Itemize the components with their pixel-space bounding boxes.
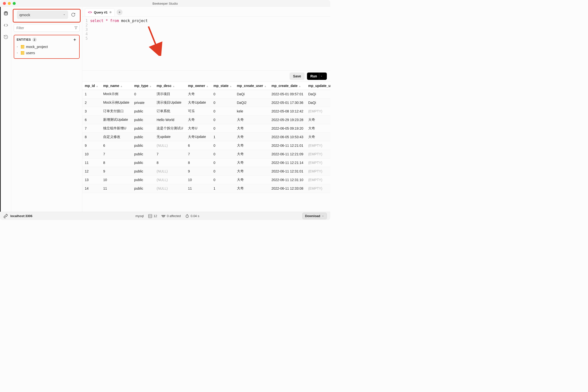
table-cell[interactable]: 12 [82,167,101,176]
column-header[interactable]: mp_desc▲ [154,82,186,90]
column-header[interactable]: mp_owner▲ [186,82,211,90]
table-cell[interactable]: public [132,150,154,158]
table-cell[interactable]: public [132,141,154,150]
table-cell[interactable]: 0 [211,150,234,158]
save-button[interactable]: Save [290,72,304,80]
table-cell[interactable]: 演示项目Update [154,98,186,107]
table-cell[interactable]: public [132,133,154,141]
table-cell[interactable]: 0 [211,116,234,124]
table-cell[interactable]: 2022-06-05 09:19:20 [269,124,306,133]
filter-input[interactable] [14,24,80,32]
column-header[interactable]: mp_type▲ [132,82,154,90]
table-cell[interactable]: (EMPTY) [306,184,330,193]
table-cell[interactable]: 8 [186,158,211,167]
table-cell[interactable]: (EMPTY) [306,150,330,158]
column-header[interactable]: mp_name▲ [101,82,132,90]
table-cell[interactable]: Mock示例 [101,90,132,98]
table-cell[interactable]: public [132,184,154,193]
table-cell[interactable]: (NULL) [154,167,186,176]
table-cell[interactable]: 1 [82,90,101,98]
table-cell[interactable]: public [132,158,154,167]
table-cell[interactable]: 2022-06-11 12:31:01 [269,167,306,176]
table-cell[interactable]: 大奇 [306,116,330,124]
table-cell[interactable]: Hello World [154,116,186,124]
table-cell[interactable]: 2022-05-29 19:23:28 [269,116,306,124]
table-cell[interactable]: (EMPTY) [306,107,330,116]
table-cell[interactable]: public [132,124,154,133]
table-cell[interactable]: 0 [211,90,234,98]
table-cell[interactable]: (EMPTY) [306,141,330,150]
table-cell[interactable]: 2022-05-01 09:57:01 [269,90,306,98]
table-cell[interactable]: DaQi [306,98,330,107]
table-cell[interactable]: 大奇Update [186,133,211,141]
table-cell[interactable]: public [132,107,154,116]
table-cell[interactable]: 大奇 [186,90,211,98]
table-cell[interactable]: 0 [211,141,234,150]
table-row[interactable]: 107public770大奇2022-06-11 12:21:09(EMPTY) [82,150,330,158]
database-icon[interactable] [3,11,8,16]
table-cell[interactable]: 新增测试Update [101,116,132,124]
add-entity-button[interactable] [72,37,77,42]
table-cell[interactable]: 1 [211,184,234,193]
table-cell[interactable]: 8 [154,158,186,167]
table-cell[interactable]: 可乐 [186,107,211,116]
table-row[interactable]: 2Mock示例Updateprivate演示项目Update大奇Update0D… [82,98,330,107]
table-row[interactable]: 8自定义修改public无update大奇Update1大奇2022-06-05… [82,133,330,141]
table-cell[interactable]: 14 [82,184,101,193]
table-cell[interactable]: 6 [101,141,132,150]
table-cell[interactable]: 0 [211,98,234,107]
sql-editor[interactable]: 1 select * from mock_project 2 3 4 5 [82,17,330,70]
table-cell[interactable]: 9 [101,167,132,176]
table-cell[interactable]: 大奇U [186,124,211,133]
table-cell[interactable]: 0 [132,90,154,98]
table-cell[interactable]: 3 [82,107,101,116]
table-cell[interactable]: 大奇 [234,133,269,141]
table-cell[interactable]: 11 [186,184,211,193]
table-cell[interactable]: 2022-06-05 10:53:43 [269,133,306,141]
table-cell[interactable]: 9 [82,141,101,150]
table-cell[interactable]: 9 [186,167,211,176]
database-select[interactable]: qmock [17,10,68,19]
table-cell[interactable]: 0 [211,107,234,116]
table-cell[interactable]: 10 [186,176,211,184]
table-cell[interactable]: DaQi [234,90,269,98]
table-cell[interactable]: 订单系统 [154,107,186,116]
table-cell[interactable]: 大奇 [234,116,269,124]
column-header[interactable]: mp_create_date▲ [269,82,306,90]
table-cell[interactable]: DaQi2 [234,98,269,107]
table-cell[interactable]: (NULL) [154,176,186,184]
table-cell[interactable]: 2022-06-11 12:21:01 [269,141,306,150]
table-cell[interactable]: (EMPTY) [306,176,330,184]
table-cell[interactable]: (NULL) [154,141,186,150]
table-row[interactable]: 1411public(NULL)111大奇2022-06-11 12:33:08… [82,184,330,193]
table-cell[interactable]: 大奇 [234,141,269,150]
table-cell[interactable]: 独立组件新增U [101,124,132,133]
table-cell[interactable]: private [132,98,154,107]
table-cell[interactable]: DaQi [306,90,330,98]
table-cell[interactable]: 大奇 [234,176,269,184]
table-row[interactable]: 96public(NULL)60大奇2022-06-11 12:21:01(EM… [82,141,330,150]
table-cell[interactable]: 大奇 [234,124,269,133]
table-cell[interactable]: 13 [82,176,101,184]
table-cell[interactable]: 7 [154,150,186,158]
table-cell[interactable]: 1 [211,133,234,141]
history-icon[interactable] [3,34,8,40]
tab-query-1[interactable]: <> Query #1 [85,8,115,16]
table-cell[interactable]: 10 [82,150,101,158]
table-cell[interactable]: 0 [211,176,234,184]
table-cell[interactable]: Mock示例Update [101,98,132,107]
table-cell[interactable]: 7 [82,124,101,133]
table-cell[interactable]: public [132,176,154,184]
table-row[interactable]: 1Mock示例0演示项目大奇0DaQi2022-05-01 09:57:01Da… [82,90,330,98]
table-cell[interactable]: 0 [211,158,234,167]
table-cell[interactable]: 大奇 [234,184,269,193]
table-cell[interactable]: kele [234,107,269,116]
table-row[interactable]: 118public880大奇2022-06-11 12:21:14(EMPTY) [82,158,330,167]
table-row[interactable]: 3订单支付接口public订单系统可乐0kele2022-05-08 10:12… [82,107,330,116]
table-cell[interactable]: 大奇 [186,116,211,124]
code-icon[interactable] [3,22,8,28]
run-button[interactable]: Run [307,72,327,80]
table-row[interactable]: 6新增测试UpdatepublicHello World大奇0大奇2022-05… [82,116,330,124]
table-cell[interactable]: 10 [101,176,132,184]
run-dropdown-icon[interactable] [319,72,324,80]
